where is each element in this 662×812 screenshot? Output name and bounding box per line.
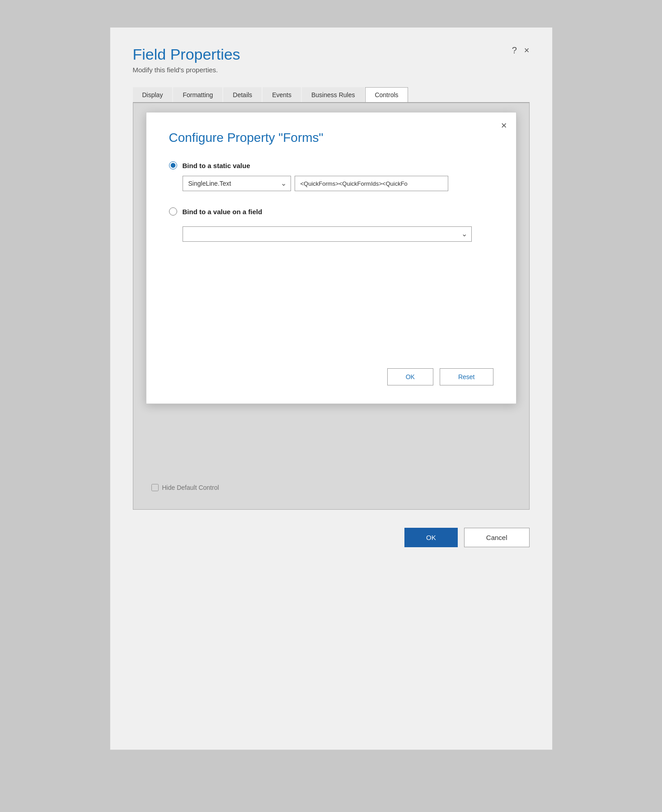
- cancel-button[interactable]: Cancel: [464, 528, 530, 547]
- type-select-wrapper: SingleLine.Text Multiple Boolean Integer: [183, 176, 291, 191]
- tab-bar: Display Formatting Details Events Busine…: [133, 87, 530, 103]
- bind-static-radio[interactable]: [169, 161, 177, 169]
- field-properties-panel: Field Properties Modify this field's pro…: [110, 27, 553, 750]
- configure-property-modal: × Configure Property "Forms" Bind to a s…: [146, 112, 516, 404]
- panel-title: Field Properties: [133, 46, 530, 63]
- type-dropdown[interactable]: SingleLine.Text Multiple Boolean Integer: [183, 176, 291, 191]
- bottom-action-bar: OK Cancel: [133, 528, 530, 547]
- static-value-input[interactable]: [295, 176, 448, 191]
- panel-actions: ? ×: [512, 46, 530, 55]
- modal-reset-button[interactable]: Reset: [440, 368, 493, 385]
- modal-ok-button[interactable]: OK: [387, 368, 433, 385]
- bind-static-label: Bind to a static value: [183, 162, 250, 169]
- field-dropdown-wrapper: [183, 226, 472, 242]
- modal-title: Configure Property "Forms": [169, 131, 493, 145]
- bind-field-radio[interactable]: [169, 207, 177, 216]
- tab-display[interactable]: Display: [133, 87, 173, 102]
- bind-field-label: Bind to a value on a field: [183, 208, 263, 216]
- field-dropdown[interactable]: [183, 226, 472, 242]
- tab-content: × Configure Property "Forms" Bind to a s…: [133, 103, 530, 510]
- static-value-inputs: SingleLine.Text Multiple Boolean Integer: [183, 176, 493, 191]
- ok-button[interactable]: OK: [404, 528, 458, 547]
- tab-events[interactable]: Events: [263, 87, 301, 102]
- option2-row: Bind to a value on a field: [169, 207, 493, 216]
- help-button[interactable]: ?: [512, 46, 517, 55]
- tab-details[interactable]: Details: [223, 87, 262, 102]
- panel-subtitle: Modify this field's properties.: [133, 66, 530, 74]
- option1-row: Bind to a static value: [169, 161, 493, 169]
- tab-controls[interactable]: Controls: [365, 87, 408, 102]
- close-panel-button[interactable]: ×: [524, 46, 530, 55]
- panel-header: Field Properties Modify this field's pro…: [133, 46, 530, 74]
- tab-formatting[interactable]: Formatting: [173, 87, 222, 102]
- modal-footer: OK Reset: [169, 368, 493, 385]
- tab-business-rules[interactable]: Business Rules: [302, 87, 365, 102]
- modal-overlay: × Configure Property "Forms" Bind to a s…: [133, 103, 529, 509]
- modal-close-button[interactable]: ×: [501, 120, 507, 131]
